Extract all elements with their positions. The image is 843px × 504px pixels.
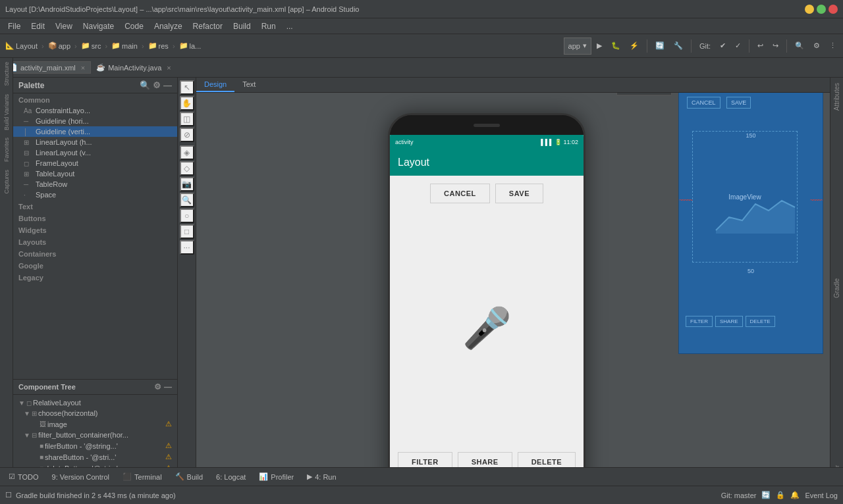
close-button[interactable] <box>829 5 838 14</box>
palette-category-text[interactable]: Text <box>13 200 177 212</box>
notification-icon[interactable]: 🔔 <box>790 491 800 499</box>
view-mode-tool[interactable]: ◫ <box>180 112 194 126</box>
menu-code[interactable]: Code <box>119 20 149 32</box>
palette-item-guideline-horiz[interactable]: ─ Guideline (hori... <box>13 116 177 126</box>
captures-tab[interactable]: Captures <box>1 166 12 198</box>
save-button[interactable]: SAVE <box>495 184 543 203</box>
menu-refactor[interactable]: Refactor <box>188 20 228 32</box>
palette-item-space[interactable]: · Space <box>13 189 177 200</box>
bottom-tab-profiler[interactable]: 📊 Profiler <box>253 470 300 483</box>
close-tab-icon2[interactable]: × <box>167 64 171 72</box>
square-tool[interactable]: □ <box>180 224 194 239</box>
bp-filter-button[interactable]: FILTER <box>686 316 713 327</box>
toggle-tool[interactable]: ⊘ <box>180 128 194 142</box>
breadcrumb-res[interactable]: 📁 res <box>146 40 171 51</box>
menu-file[interactable]: File <box>3 20 26 32</box>
breadcrumb-app[interactable]: 📦 app <box>45 40 73 51</box>
gradle-button[interactable]: 🔧 <box>670 37 687 55</box>
palette-item-tablerow[interactable]: ─ TableRow <box>13 179 177 189</box>
bottom-tab-todo[interactable]: ☑ TODO <box>3 470 45 483</box>
breadcrumb-layout-dir[interactable]: 📁 la... <box>177 40 204 51</box>
settings-icon[interactable]: ⚙ <box>153 80 161 90</box>
circle-tool[interactable]: ○ <box>180 209 194 223</box>
pan-tool[interactable]: ✋ <box>180 96 194 111</box>
structure-tab[interactable]: Structure <box>1 58 12 90</box>
tab-text[interactable]: Text <box>234 78 263 92</box>
tab-mainactivity[interactable]: ☕ MainActivity.java × <box>91 62 177 73</box>
zoom-tool[interactable]: 🔍 <box>180 193 194 207</box>
menu-edit[interactable]: Edit <box>26 20 50 32</box>
palette-category-legacy[interactable]: Legacy <box>13 271 177 283</box>
app-dropdown[interactable]: app ▾ <box>564 38 591 55</box>
git-check-button[interactable]: ✔ <box>716 37 730 55</box>
sync-button[interactable]: 🔄 <box>651 37 668 55</box>
palette-category-google[interactable]: Google <box>13 259 177 271</box>
run-button[interactable]: ▶ <box>593 37 606 55</box>
search-icon[interactable]: 🔍 <box>140 80 150 90</box>
diamond-tool[interactable]: ◈ <box>180 145 194 160</box>
tree-item-filerbutton[interactable]: ■ filerButton - '@string...' ⚠ <box>13 440 177 451</box>
bp-share-button[interactable]: SHARE <box>715 316 743 327</box>
menu-build[interactable]: Build <box>228 20 256 32</box>
redo-button[interactable]: ↪ <box>769 37 782 55</box>
breadcrumb-layout[interactable]: 📐 Layout <box>3 40 40 51</box>
undo-button[interactable]: ↩ <box>753 37 767 55</box>
git-branch[interactable]: Git: master <box>721 491 757 499</box>
palette-item-framelayout[interactable]: ◻ FrameLayout <box>13 158 177 168</box>
tree-settings-icon[interactable]: ⚙ <box>154 382 161 391</box>
bottom-tab-terminal[interactable]: ⬛ Terminal <box>117 470 168 483</box>
palette-item-linearlayout-v[interactable]: ⊟ LinearLayout (v... <box>13 147 177 158</box>
git-button[interactable]: Git: <box>695 37 715 55</box>
settings-button[interactable]: ⚙ <box>809 37 824 55</box>
palette-category-common[interactable]: Common <box>13 93 177 105</box>
palette-item-constraintlayout[interactable]: Aa ConstraintLayo... <box>13 105 177 116</box>
palette-category-layouts[interactable]: Layouts <box>13 236 177 247</box>
palette-category-containers[interactable]: Containers <box>13 247 177 259</box>
menu-navigate[interactable]: Navigate <box>78 20 119 32</box>
tree-item-image[interactable]: 🖼 image ⚠ <box>13 418 177 430</box>
tree-item-filter-container[interactable]: ▼ ⊟ filter_button_container(hor... <box>13 430 177 440</box>
bottom-tab-run[interactable]: ▶ 4: Run <box>301 470 342 483</box>
bp-save-button[interactable]: SAVE <box>726 97 751 109</box>
minimize-button[interactable] <box>805 5 814 14</box>
favorites-tab[interactable]: Favorites <box>1 134 12 166</box>
menu-run[interactable]: Run <box>256 20 281 32</box>
bottom-tab-vcs[interactable]: 9: Version Control <box>46 471 115 483</box>
tree-item-choose[interactable]: ▼ ⊞ choose(horizontal) <box>13 408 177 418</box>
close-tab-icon[interactable]: × <box>81 64 85 72</box>
debug-button[interactable]: 🐛 <box>607 37 624 55</box>
search-button[interactable]: 🔍 <box>791 37 808 55</box>
palette-category-widgets[interactable]: Widgets <box>13 224 177 236</box>
more-button[interactable]: ⋮ <box>825 37 840 55</box>
bottom-tab-build[interactable]: 🔨 Build <box>169 470 209 483</box>
more-tools[interactable]: ··· <box>180 240 194 255</box>
palette-item-tablelayout[interactable]: ⊞ TableLayout <box>13 168 177 179</box>
cursor-tool[interactable]: ↖ <box>180 80 194 95</box>
menu-more[interactable]: ... <box>281 20 298 32</box>
profile-button[interactable]: ⚡ <box>626 37 643 55</box>
tree-item-relativelayout[interactable]: ▼ ◻ RelativeLayout <box>13 397 177 408</box>
tab-activity-main[interactable]: 📄 activity_main.xml × <box>3 61 91 74</box>
menu-analyze[interactable]: Analyze <box>149 20 188 32</box>
breadcrumb-src[interactable]: 📁 src <box>78 40 104 51</box>
tree-collapse-icon[interactable]: — <box>164 382 172 391</box>
git-check2-button[interactable]: ✓ <box>731 37 745 55</box>
palette-item-guideline-vert[interactable]: │ Guideline (verti... <box>13 126 177 137</box>
event-log[interactable]: Event Log <box>805 491 838 499</box>
tree-item-sharebutton[interactable]: ■ shareButton - '@stri...' ⚠ <box>13 451 177 463</box>
bottom-tab-logcat[interactable]: 6: Logcat <box>210 471 252 483</box>
cancel-button[interactable]: CANCEL <box>430 184 490 203</box>
breadcrumb-main[interactable]: 📁 main <box>109 40 140 51</box>
maximize-button[interactable] <box>817 5 826 14</box>
palette-item-linearlayout-h[interactable]: ⊞ LinearLayout (h... <box>13 137 177 147</box>
menu-view[interactable]: View <box>50 20 78 32</box>
bp-cancel-button[interactable]: CANCEL <box>687 97 721 109</box>
palette-category-buttons[interactable]: Buttons <box>13 212 177 224</box>
camera-tool[interactable]: 📷 <box>180 177 194 191</box>
git-sync-icon[interactable]: 🔄 <box>761 491 771 499</box>
attributes-tab[interactable]: Attributes <box>831 78 842 116</box>
bp-delete-button[interactable]: DELETE <box>746 316 775 327</box>
tab-design[interactable]: Design <box>196 78 234 92</box>
collapse-icon[interactable]: — <box>163 80 172 90</box>
gradle-tab[interactable]: Gradle <box>831 273 842 303</box>
